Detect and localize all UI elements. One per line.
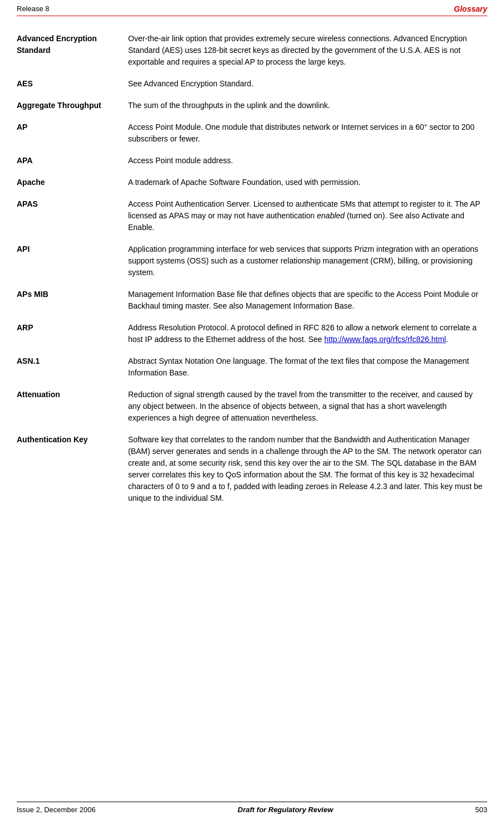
entry-italic: enabled — [317, 211, 345, 220]
entry-term: Advanced Encryption Standard — [17, 33, 128, 56]
entry-definition: Access Point Module. One module that dis… — [128, 121, 487, 145]
entry-term: APs MIB — [17, 289, 128, 300]
entry-term: Apache — [17, 177, 128, 188]
entry-link[interactable]: http://www.faqs.org/rfcs/rfc826.html — [324, 335, 446, 344]
glossary-entry: AESSee Advanced Encryption Standard. — [17, 78, 487, 90]
entry-definition: The sum of the throughputs in the uplink… — [128, 100, 487, 111]
glossary-entry: ARPAddress Resolution Protocol. A protoc… — [17, 322, 487, 345]
entry-term: APAS — [17, 198, 128, 210]
footer-page: 503 — [475, 806, 487, 814]
page-container: Release 8 Glossary Advanced Encryption S… — [0, 0, 504, 825]
entry-term: APA — [17, 155, 128, 167]
glossary-entry: Advanced Encryption StandardOver-the-air… — [17, 33, 487, 68]
entry-term: AES — [17, 78, 128, 90]
glossary-entry: APAAccess Point module address. — [17, 155, 487, 167]
entry-definition: A trademark of Apache Software Foundatio… — [128, 177, 487, 188]
glossary-entry: ASN.1Abstract Syntax Notation One langua… — [17, 355, 487, 379]
entry-term: Aggregate Throughput — [17, 100, 128, 111]
entry-definition: Abstract Syntax Notation One language. T… — [128, 355, 487, 379]
entry-term: ASN.1 — [17, 355, 128, 367]
header-release: Release 8 — [17, 4, 50, 13]
glossary-entry: ApacheA trademark of Apache Software Fou… — [17, 177, 487, 188]
entry-definition: Management Information Base file that de… — [128, 289, 487, 312]
glossary-entry: APIApplication programming interface for… — [17, 243, 487, 279]
entry-definition: Reduction of signal strength caused by t… — [128, 389, 487, 424]
entry-term: AP — [17, 121, 128, 133]
entry-definition: Over-the-air link option that provides e… — [128, 33, 487, 68]
footer-issue: Issue 2, December 2006 — [17, 806, 96, 814]
glossary-entry: AttenuationReduction of signal strength … — [17, 389, 487, 424]
entry-definition: Software key that correlates to the rand… — [128, 434, 487, 504]
glossary-entry: APs MIBManagement Information Base file … — [17, 289, 487, 312]
entry-definition: Application programming interface for we… — [128, 243, 487, 279]
glossary-content: Advanced Encryption StandardOver-the-air… — [0, 16, 504, 548]
glossary-entry: APAccess Point Module. One module that d… — [17, 121, 487, 145]
entry-definition: Access Point Authentication Server. Lice… — [128, 198, 487, 233]
entry-term: API — [17, 243, 128, 255]
glossary-entry: Authentication KeySoftware key that corr… — [17, 434, 487, 504]
entry-term: Authentication Key — [17, 434, 128, 446]
entry-term: Attenuation — [17, 389, 128, 401]
footer-draft: Draft for Regulatory Review — [238, 806, 333, 814]
page-header: Release 8 Glossary — [0, 0, 504, 16]
header-glossary: Glossary — [454, 4, 487, 13]
glossary-entry: Aggregate ThroughputThe sum of the throu… — [17, 100, 487, 111]
entry-definition: Access Point module address. — [128, 155, 487, 167]
entry-term: ARP — [17, 322, 128, 334]
glossary-entry: APASAccess Point Authentication Server. … — [17, 198, 487, 233]
entry-definition: Address Resolution Protocol. A protocol … — [128, 322, 487, 345]
entry-definition: See Advanced Encryption Standard. — [128, 78, 487, 90]
page-footer: Issue 2, December 2006 Draft for Regulat… — [17, 802, 487, 814]
